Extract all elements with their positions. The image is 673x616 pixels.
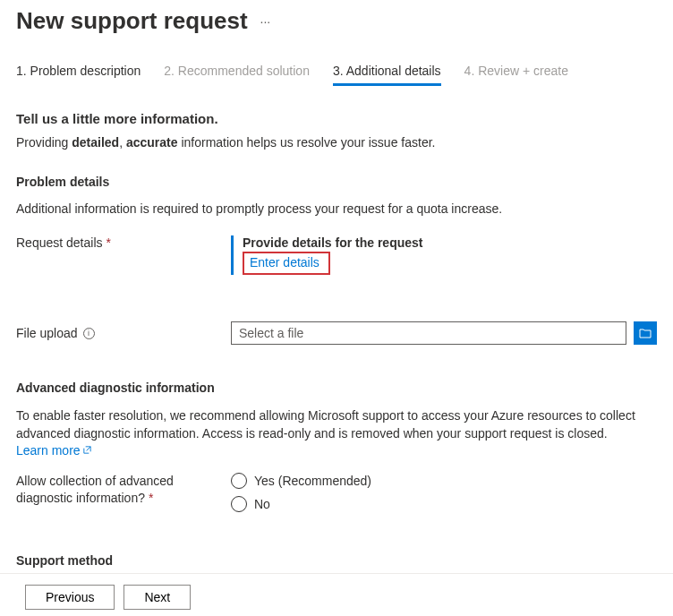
problem-details-description: Additional information is required to pr… xyxy=(16,201,657,216)
wizard-tabs: 1. Problem description 2. Recommended so… xyxy=(16,64,657,86)
required-indicator: * xyxy=(106,235,111,250)
intro-text: Providing detailed, accurate information… xyxy=(16,135,657,150)
tab-recommended-solution: 2. Recommended solution xyxy=(164,64,310,86)
page-title: New support request xyxy=(16,7,248,35)
file-select-input[interactable]: Select a file xyxy=(231,321,626,345)
file-upload-label: File upload xyxy=(16,326,78,340)
provide-details-title: Provide details for the request xyxy=(243,235,657,250)
info-icon[interactable]: i xyxy=(83,328,95,339)
radio-icon xyxy=(231,496,247,512)
radio-icon xyxy=(231,473,247,489)
radio-no[interactable]: No xyxy=(231,496,371,512)
radio-yes-label: Yes (Recommended) xyxy=(254,474,371,488)
more-actions-icon[interactable]: ··· xyxy=(260,14,271,29)
problem-details-heading: Problem details xyxy=(16,175,657,189)
support-method-heading: Support method xyxy=(16,553,657,568)
advanced-heading: Advanced diagnostic information xyxy=(16,381,657,395)
file-browse-button[interactable] xyxy=(634,321,657,345)
allow-diagnostic-label: Allow collection of advanced diagnostic … xyxy=(16,473,231,508)
enter-details-highlight: Enter details xyxy=(243,252,330,275)
external-link-icon xyxy=(82,442,92,460)
learn-more-link[interactable]: Learn more xyxy=(16,443,92,458)
radio-no-label: No xyxy=(254,497,270,511)
radio-yes[interactable]: Yes (Recommended) xyxy=(231,473,371,489)
enter-details-link[interactable]: Enter details xyxy=(250,255,319,270)
tab-additional-details[interactable]: 3. Additional details xyxy=(333,64,441,86)
required-indicator: * xyxy=(149,491,153,505)
folder-icon xyxy=(639,328,652,338)
tab-review-create: 4. Review + create xyxy=(464,64,568,86)
tab-problem-description[interactable]: 1. Problem description xyxy=(16,64,141,86)
advanced-description: To enable faster resolution, we recommen… xyxy=(16,407,657,460)
intro-heading: Tell us a little more information. xyxy=(16,111,657,126)
next-button[interactable]: Next xyxy=(124,585,191,610)
request-details-box: Provide details for the request Enter de… xyxy=(231,235,657,275)
request-details-label: Request details * xyxy=(16,235,231,250)
previous-button[interactable]: Previous xyxy=(25,585,115,610)
